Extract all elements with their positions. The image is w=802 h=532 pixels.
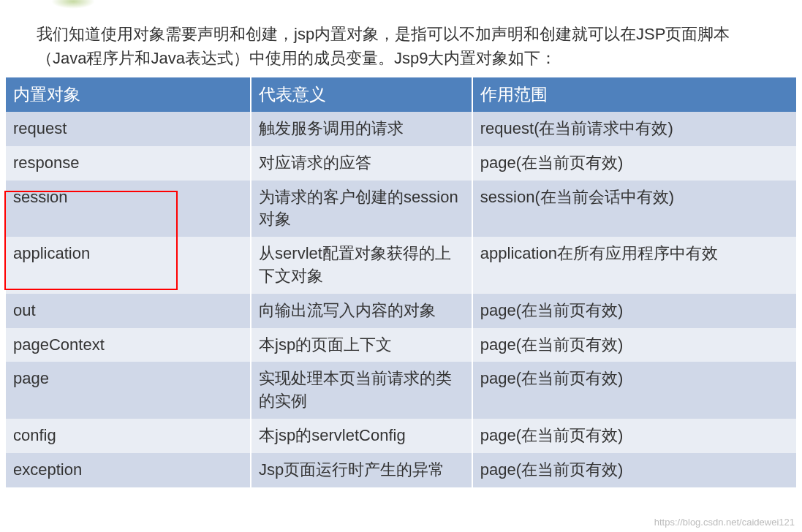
cell-scope: page(在当前页有效) (472, 294, 796, 328)
cell-object: session (6, 180, 251, 238)
jsp-objects-table: 内置对象 代表意义 作用范围 request 触发服务调用的请求 request… (6, 77, 796, 487)
cell-scope: application在所有应用程序中有效 (472, 237, 796, 294)
table-row: exception Jsp页面运行时产生的异常 page(在当前页有效) (6, 453, 796, 487)
table-container: 内置对象 代表意义 作用范围 request 触发服务调用的请求 request… (0, 77, 802, 487)
cell-scope: page(在当前页有效) (472, 453, 796, 487)
table-row: out 向输出流写入内容的对象 page(在当前页有效) (6, 294, 796, 328)
cell-scope: request(在当前请求中有效) (472, 112, 796, 146)
cell-object: response (6, 146, 251, 180)
intro-paragraph: 我们知道使用对象需要声明和创建，jsp内置对象，是指可以不加声明和创建就可以在J… (0, 0, 802, 77)
cell-meaning: 为请求的客户创建的session对象 (251, 180, 472, 238)
cell-meaning: Jsp页面运行时产生的异常 (251, 453, 472, 487)
table-row: response 对应请求的应答 page(在当前页有效) (6, 146, 796, 180)
cell-object: page (6, 362, 251, 419)
cell-object: exception (6, 453, 251, 487)
header-scope: 作用范围 (472, 77, 796, 112)
table-row: config 本jsp的servletConfig page(在当前页有效) (6, 419, 796, 453)
table-row: page 实现处理本页当前请求的类的实例 page(在当前页有效) (6, 362, 796, 419)
cell-meaning: 触发服务调用的请求 (251, 112, 472, 146)
table-row: request 触发服务调用的请求 request(在当前请求中有效) (6, 112, 796, 146)
cell-object: config (6, 419, 251, 453)
table-header-row: 内置对象 代表意义 作用范围 (6, 77, 796, 112)
cell-object: request (6, 112, 251, 146)
cell-object: application (6, 237, 251, 294)
cell-meaning: 本jsp的servletConfig (251, 419, 472, 453)
cell-scope: page(在当前页有效) (472, 362, 796, 419)
cell-object: pageContext (6, 328, 251, 362)
table-row: application 从servlet配置对象获得的上下文对象 applica… (6, 237, 796, 294)
cell-scope: page(在当前页有效) (472, 328, 796, 362)
table-row: pageContext 本jsp的页面上下文 page(在当前页有效) (6, 328, 796, 362)
header-meaning: 代表意义 (251, 77, 472, 112)
cell-meaning: 实现处理本页当前请求的类的实例 (251, 362, 472, 419)
watermark-text: https://blog.csdn.net/caidewei121 (654, 517, 795, 528)
cell-meaning: 向输出流写入内容的对象 (251, 294, 472, 328)
cell-meaning: 从servlet配置对象获得的上下文对象 (251, 237, 472, 294)
cell-scope: page(在当前页有效) (472, 146, 796, 180)
table-row: session 为请求的客户创建的session对象 session(在当前会话… (6, 180, 796, 238)
cell-object: out (6, 294, 251, 328)
cell-meaning: 对应请求的应答 (251, 146, 472, 180)
cell-scope: page(在当前页有效) (472, 419, 796, 453)
cell-meaning: 本jsp的页面上下文 (251, 328, 472, 362)
header-object: 内置对象 (6, 77, 251, 112)
cell-scope: session(在当前会话中有效) (472, 180, 796, 238)
